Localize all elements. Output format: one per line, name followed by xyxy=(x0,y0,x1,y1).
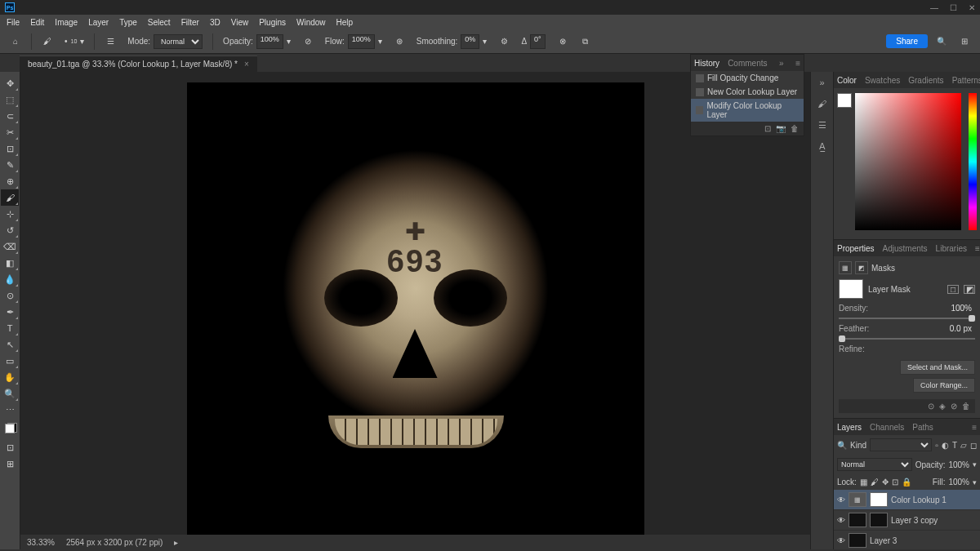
brush-size-picker[interactable]: •10▾ xyxy=(61,37,87,46)
screenmode-icon[interactable]: ⊞ xyxy=(1,455,19,472)
color-swatches[interactable] xyxy=(1,418,19,439)
menu-plugins[interactable]: Plugins xyxy=(259,18,286,27)
tab-swatches[interactable]: Swatches xyxy=(865,76,900,85)
minimize-button[interactable]: — xyxy=(930,3,938,12)
select-and-mask-button[interactable]: Select and Mask... xyxy=(900,360,975,375)
document-tab[interactable]: beauty_01.tga @ 33.3% (Color Lookup 1, L… xyxy=(20,56,257,72)
density-slider[interactable] xyxy=(839,318,975,319)
shape-tool-icon[interactable]: ▭ xyxy=(1,353,19,369)
smoothing-field[interactable]: 0% xyxy=(461,34,479,49)
tab-color[interactable]: Color xyxy=(837,76,857,85)
visibility-icon[interactable]: 👁 xyxy=(837,536,845,545)
layer-row[interactable]: 👁Layer 3 xyxy=(834,531,980,551)
color-picker[interactable] xyxy=(834,88,980,239)
lock-transparency-icon[interactable]: ▦ xyxy=(860,478,867,487)
tab-libraries[interactable]: Libraries xyxy=(936,244,967,253)
pressure-size-icon[interactable]: ⊗ xyxy=(554,33,572,51)
menu-edit[interactable]: Edit xyxy=(30,18,44,27)
collapse-icon[interactable]: » xyxy=(779,59,784,68)
layer-name[interactable]: Color Lookup 1 xyxy=(891,495,947,504)
brush-tool-icon[interactable]: 🖌 xyxy=(1,189,19,206)
pixel-mask-icon[interactable]: ▦ xyxy=(839,261,852,274)
mask-thumbnail[interactable] xyxy=(839,279,863,299)
fill-value[interactable]: 100% xyxy=(948,478,969,487)
stamp-tool-icon[interactable]: ⊹ xyxy=(1,206,19,222)
menu-type[interactable]: Type xyxy=(119,18,137,27)
tab-layers[interactable]: Layers xyxy=(837,423,862,432)
hue-slider[interactable] xyxy=(969,93,977,230)
lock-artboard-icon[interactable]: ⊡ xyxy=(892,478,898,487)
close-button[interactable]: ✕ xyxy=(969,3,975,12)
history-panel[interactable]: History Comments » ≡ Fill Opacity Change… xyxy=(690,54,804,136)
disable-mask-icon[interactable]: ⊘ xyxy=(951,402,957,411)
brush-settings-icon[interactable]: ☰ xyxy=(101,33,119,51)
foreground-swatch[interactable] xyxy=(5,424,15,433)
mask-thumbnail[interactable] xyxy=(870,513,888,527)
filter-adj-icon[interactable]: ◐ xyxy=(942,441,949,450)
symmetry-icon[interactable]: ⧉ xyxy=(577,33,595,51)
panel-menu-icon[interactable]: ≡ xyxy=(975,244,980,253)
delete-mask-icon[interactable]: 🗑 xyxy=(962,402,970,411)
tab-patterns[interactable]: Patterns xyxy=(952,76,980,85)
pen-tool-icon[interactable]: ✒ xyxy=(1,304,19,320)
history-item[interactable]: Modify Color Lookup Layer xyxy=(691,99,804,122)
angle-field[interactable]: 0° xyxy=(530,34,546,49)
lock-position-icon[interactable]: ✥ xyxy=(882,478,889,487)
path-tool-icon[interactable]: ↖ xyxy=(1,336,19,353)
layer-thumbnail[interactable] xyxy=(870,492,888,507)
visibility-icon[interactable]: 👁 xyxy=(837,516,845,525)
color-field[interactable] xyxy=(855,93,961,230)
layer-row[interactable]: 👁▦Color Lookup 1 xyxy=(834,490,980,510)
snapshot-icon[interactable]: 📷 xyxy=(776,124,786,133)
brush-preset-icon[interactable]: 🖌 xyxy=(38,33,56,51)
zoom-level[interactable]: 33.33% xyxy=(27,538,55,547)
apply-mask-icon[interactable]: ◈ xyxy=(939,402,946,411)
layer-name[interactable]: Layer 3 copy xyxy=(891,516,938,525)
tab-history[interactable]: History xyxy=(694,59,719,68)
doc-dimensions[interactable]: 2564 px x 3200 px (72 ppi) xyxy=(66,538,163,547)
feather-value[interactable]: 0.0 px xyxy=(950,324,975,333)
new-doc-from-state-icon[interactable]: ⊡ xyxy=(764,124,771,133)
opacity-field[interactable]: 100% xyxy=(256,34,283,49)
lasso-tool-icon[interactable]: ⊂ xyxy=(1,108,19,124)
expand-icon[interactable]: » xyxy=(815,75,830,90)
menu-select[interactable]: Select xyxy=(148,18,171,27)
layer-row[interactable]: 👁Layer 3 copy xyxy=(834,510,980,531)
blur-tool-icon[interactable]: 💧 xyxy=(1,271,19,287)
menu-layer[interactable]: Layer xyxy=(88,18,109,27)
lock-pixels-icon[interactable]: 🖌 xyxy=(871,478,879,487)
home-icon[interactable]: ⌂ xyxy=(7,33,24,51)
menu-file[interactable]: File xyxy=(7,18,20,27)
frame-tool-icon[interactable]: ⊡ xyxy=(1,140,19,157)
panel-menu-icon[interactable]: ≡ xyxy=(795,59,800,68)
layer-name[interactable]: Layer 3 xyxy=(870,536,897,545)
document-canvas[interactable]: ✚ 693 xyxy=(187,82,644,540)
color-range-button[interactable]: Color Range... xyxy=(913,378,975,393)
add-pixel-mask-icon[interactable]: □ xyxy=(947,285,959,294)
smoothing-options-icon[interactable]: ⚙ xyxy=(495,33,513,51)
airbrush-icon[interactable]: ⊛ xyxy=(390,33,408,51)
tab-paths[interactable]: Paths xyxy=(912,423,933,432)
search-icon[interactable]: 🔍 xyxy=(933,33,951,51)
layer-opacity-value[interactable]: 100% xyxy=(948,460,969,469)
maximize-button[interactable]: ☐ xyxy=(950,3,957,12)
blend-mode-select[interactable]: Normal xyxy=(154,34,203,49)
brushes-panel-icon[interactable]: 🖌 xyxy=(815,96,830,111)
character-panel-icon[interactable]: A̲ xyxy=(815,139,830,153)
lock-all-icon[interactable]: 🔒 xyxy=(902,478,911,487)
tab-gradients[interactable]: Gradients xyxy=(908,76,943,85)
dodge-tool-icon[interactable]: ⊙ xyxy=(1,287,19,304)
visibility-icon[interactable]: 👁 xyxy=(837,495,845,504)
add-vector-mask-icon[interactable]: ◩ xyxy=(964,285,975,294)
blend-mode-select[interactable]: Normal xyxy=(837,458,912,471)
healing-tool-icon[interactable]: ⊕ xyxy=(1,173,19,189)
filter-shape-icon[interactable]: ▱ xyxy=(960,441,967,450)
pressure-opacity-icon[interactable]: ⊘ xyxy=(299,33,317,51)
filter-kind-select[interactable] xyxy=(870,438,932,451)
layer-thumbnail[interactable] xyxy=(849,513,866,527)
filter-type-icon[interactable]: T xyxy=(952,441,957,450)
menu-help[interactable]: Help xyxy=(336,18,354,27)
history-brush-tool-icon[interactable]: ↺ xyxy=(1,222,19,238)
crop-tool-icon[interactable]: ✂ xyxy=(1,124,19,140)
history-item[interactable]: New Color Lookup Layer xyxy=(691,85,804,99)
